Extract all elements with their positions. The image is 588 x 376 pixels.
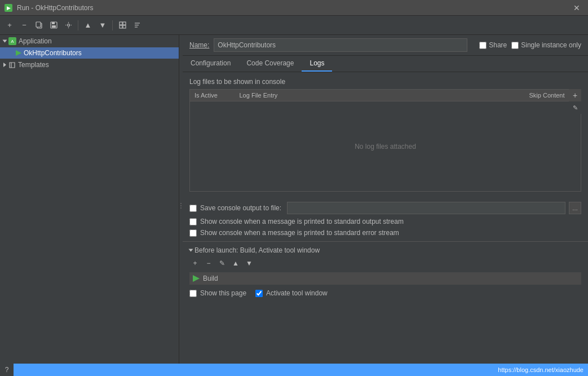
bl-down-button[interactable]: ▼: [244, 258, 255, 269]
window-icon: ▶: [5, 4, 12, 12]
templates-icon: [8, 61, 16, 69]
sidebar: A Application OkHttpContributors Templat…: [0, 35, 179, 376]
save-config-button[interactable]: [47, 19, 60, 32]
before-launch-title: Before launch: Build, Activate tool wind…: [194, 246, 320, 254]
bl-edit-button[interactable]: ✎: [216, 258, 228, 269]
log-edit-button[interactable]: ✎: [569, 101, 581, 114]
settings-config-button[interactable]: [62, 19, 74, 32]
title-bar: ▶ Run - OkHttpContributors ✕: [0, 0, 588, 16]
col-log-file-entry: Log File Entry: [235, 90, 525, 101]
before-launch-section: Before launch: Build, Activate tool wind…: [183, 241, 588, 303]
sidebar-group-application[interactable]: A Application: [0, 35, 179, 47]
svg-rect-3: [52, 22, 55, 24]
collapse-icon: [3, 63, 6, 67]
remove-config-button[interactable]: −: [18, 19, 30, 32]
svg-rect-8: [120, 25, 122, 28]
layout-button[interactable]: [116, 19, 129, 32]
before-launch-header[interactable]: Before launch: Build, Activate tool wind…: [189, 246, 581, 254]
bl-remove-button[interactable]: −: [203, 258, 214, 269]
share-label: Share: [489, 41, 507, 49]
sidebar-group-templates[interactable]: Templates: [0, 59, 179, 71]
single-instance-label: Single instance only: [521, 41, 581, 49]
bl-up-button[interactable]: ▲: [230, 258, 241, 269]
svg-rect-9: [123, 25, 126, 28]
before-launch-expand-icon: [189, 249, 193, 252]
header-options: Share Single instance only: [479, 41, 581, 49]
sidebar-item-okhttp[interactable]: OkHttpContributors: [0, 47, 179, 59]
close-button[interactable]: ✕: [570, 2, 583, 14]
col-is-active: Is Active: [190, 90, 235, 101]
toolbar-separator-1: [78, 20, 78, 30]
save-console-row: Save console output to file: …: [189, 202, 581, 214]
before-launch-toolbar: + − ✎ ▲ ▼: [189, 258, 581, 269]
show-stdout-label: Show console when a message is printed t…: [200, 218, 404, 225]
sort-button[interactable]: [131, 19, 143, 32]
build-run-icon: [193, 275, 200, 282]
main-layout: A Application OkHttpContributors Templat…: [0, 35, 588, 376]
show-page-label: Show this page: [200, 289, 246, 297]
build-item-label: Build: [203, 275, 218, 282]
logs-section: Log files to be shown in console Is Acti…: [183, 72, 588, 197]
toolbar-separator-2: [112, 20, 113, 30]
log-add-button[interactable]: +: [569, 89, 581, 101]
svg-rect-7: [123, 22, 126, 25]
name-label: Name:: [189, 41, 209, 49]
name-row: Name: Share Single instance only: [183, 35, 588, 56]
build-list-item[interactable]: Build: [189, 272, 581, 285]
show-stdout-checkbox[interactable]: [189, 218, 197, 225]
show-stderr-label: Show console when a message is printed t…: [200, 229, 399, 237]
add-config-button[interactable]: +: [3, 19, 16, 32]
show-stderr-row: Show console when a message is printed t…: [189, 229, 581, 237]
log-table-container: Is Active Log File Entry Skip Content No…: [189, 89, 581, 192]
tab-logs[interactable]: Logs: [302, 56, 332, 72]
browse-button[interactable]: …: [569, 202, 581, 214]
single-instance-checkbox[interactable]: [511, 42, 519, 49]
share-checkbox[interactable]: [479, 42, 487, 49]
share-option[interactable]: Share: [479, 41, 507, 49]
copy-config-button[interactable]: [33, 19, 45, 32]
expand-icon: [3, 40, 7, 43]
show-stdout-row: Show console when a message is printed t…: [189, 218, 581, 225]
save-console-path-input[interactable]: [287, 202, 565, 214]
window-title: Run - OkHttpContributors: [17, 4, 565, 12]
svg-point-5: [67, 24, 69, 26]
logs-tab-content: Log files to be shown in console Is Acti…: [183, 72, 588, 376]
single-instance-option[interactable]: Single instance only: [511, 41, 581, 49]
log-table: Is Active Log File Entry Skip Content: [189, 89, 581, 101]
tabs: Configuration Code Coverage Logs: [183, 56, 588, 72]
sidebar-item-label: OkHttpContributors: [24, 49, 82, 57]
help-button[interactable]: ?: [0, 364, 14, 376]
svg-rect-4: [52, 25, 56, 28]
log-empty-message: No log files attached: [189, 101, 581, 192]
divider-dots: [180, 203, 182, 209]
bottom-bar: ? https://blog.csdn.net/xiaozhude: [0, 364, 588, 376]
logs-section-title: Log files to be shown in console: [189, 78, 581, 86]
run-config-icon: [16, 50, 21, 56]
tab-code-coverage[interactable]: Code Coverage: [238, 56, 302, 72]
tab-configuration[interactable]: Configuration: [183, 56, 238, 72]
application-icon: A: [8, 37, 16, 45]
options-section: Save console output to file: … Show cons…: [183, 197, 588, 241]
svg-rect-6: [120, 22, 122, 25]
content-panel: Name: Share Single instance only Configu…: [183, 35, 588, 376]
show-page-checkbox[interactable]: [189, 290, 197, 297]
url-display: https://blog.csdn.net/xiaozhude: [498, 366, 583, 373]
save-console-label: Save console output to file:: [200, 204, 281, 212]
bl-add-button[interactable]: +: [189, 258, 201, 269]
application-group-label: Application: [19, 37, 52, 45]
svg-rect-1: [36, 22, 41, 27]
move-down-button[interactable]: ▼: [96, 19, 109, 32]
toolbar: + − ▲ ▼: [0, 16, 588, 35]
show-stderr-checkbox[interactable]: [189, 229, 197, 237]
activate-tool-checkbox[interactable]: [255, 290, 263, 297]
name-input[interactable]: [214, 38, 467, 52]
show-page-row: Show this page Activate tool window: [189, 288, 581, 298]
templates-group-label: Templates: [18, 61, 49, 69]
activate-tool-label: Activate tool window: [266, 289, 328, 297]
move-up-button[interactable]: ▲: [82, 19, 94, 32]
save-console-checkbox[interactable]: [189, 205, 197, 212]
